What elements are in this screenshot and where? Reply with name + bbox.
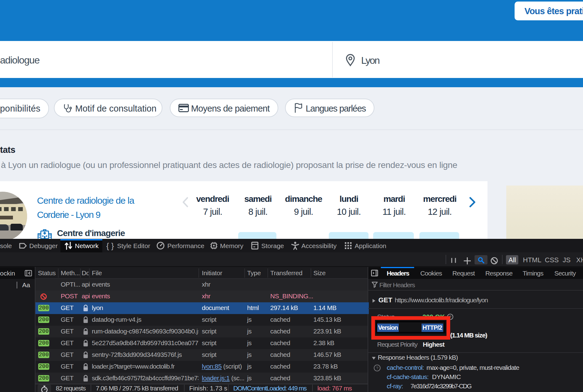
svg-text:?: ? — [376, 366, 378, 370]
